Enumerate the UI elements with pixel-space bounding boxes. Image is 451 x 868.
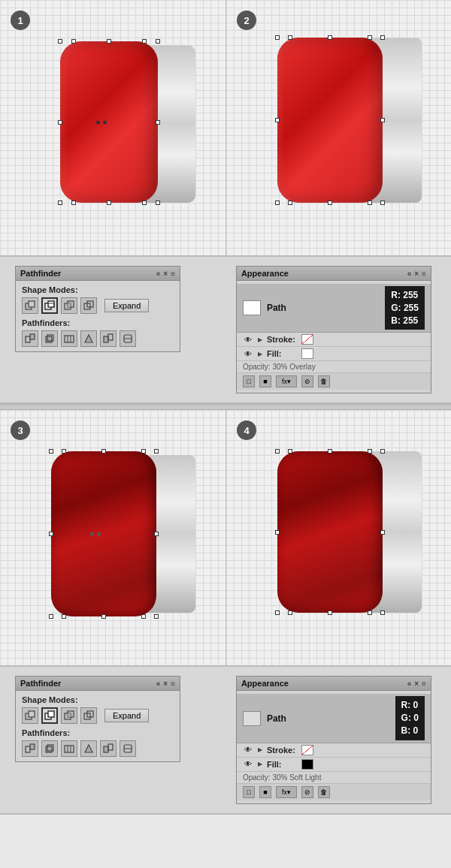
- appearance-panel-2: Appearance « × ≡ Path R: 0 G: 0: [236, 676, 431, 803]
- stroke-arrow-1[interactable]: ▶: [258, 336, 262, 343]
- pf-icon-2d[interactable]: [80, 740, 97, 757]
- pathfinder-body-1: Shape Modes:: [16, 281, 180, 351]
- minus-front-icon-2[interactable]: [41, 707, 58, 724]
- exclude-icon-1[interactable]: [80, 297, 97, 314]
- stroke-eye-1[interactable]: 👁: [243, 334, 253, 345]
- pathfinder-menu-1[interactable]: ≡: [171, 270, 175, 278]
- svg-rect-38: [104, 746, 108, 752]
- pf-icon-2c[interactable]: [61, 740, 77, 757]
- appearance-path-row-1: Path R: 255 G: 255 B: 255: [237, 284, 431, 333]
- svg-rect-18: [104, 336, 108, 342]
- fx-icon-2[interactable]: fx▾: [276, 786, 297, 798]
- pathfinder-collapse-1[interactable]: «: [156, 270, 161, 278]
- pf-icon-2a[interactable]: [22, 740, 38, 757]
- appearance-footer-1: □ ■ fx▾ ⊘ 🗑: [237, 372, 431, 390]
- fill-eye-2[interactable]: 👁: [243, 759, 253, 770]
- fx-icon-1[interactable]: fx▾: [276, 375, 297, 387]
- canvas-step-2: 2: [226, 0, 451, 255]
- canvas-step-3: 3: [0, 410, 226, 665]
- fill-label-1: Fill:: [267, 349, 297, 358]
- svg-rect-28: [68, 713, 71, 717]
- pf-icon-1f[interactable]: [120, 330, 136, 347]
- fill-eye-1[interactable]: 👁: [243, 348, 253, 359]
- svg-rect-31: [26, 746, 30, 752]
- opacity-row-1: Opacity: 30% Overlay: [237, 361, 431, 372]
- stroke-swatch-2[interactable]: [301, 745, 313, 755]
- new-item-icon-2[interactable]: □: [243, 786, 255, 798]
- app2-menu[interactable]: ≡: [422, 680, 426, 688]
- pathfinder-controls-1[interactable]: « × ≡: [156, 270, 175, 278]
- fill-arrow-2[interactable]: ▶: [258, 761, 262, 767]
- rgb-g-2: G: 0: [401, 712, 419, 725]
- svg-rect-12: [30, 334, 35, 339]
- pathfinder-controls-2[interactable]: « × ≡: [156, 680, 175, 688]
- app1-close[interactable]: ×: [414, 270, 419, 278]
- app1-menu[interactable]: ≡: [422, 270, 426, 278]
- step-number-1: 1: [11, 11, 30, 30]
- dup-icon-1[interactable]: ■: [259, 375, 271, 387]
- intersect-icon-2[interactable]: [61, 707, 77, 724]
- fx-label-1[interactable]: fx▾: [282, 378, 291, 385]
- stroke-row-2: 👁 ▶ Stroke:: [237, 743, 431, 758]
- app1-collapse[interactable]: «: [407, 270, 412, 278]
- intersect-icon-1[interactable]: [61, 297, 77, 314]
- appearance-path-row-2: Path R: 0 G: 0 B: 0: [237, 694, 431, 743]
- circle-no-icon-1[interactable]: ⊘: [301, 375, 313, 387]
- pf2-menu[interactable]: ≡: [171, 680, 175, 688]
- shape-modes-row-1: Expand: [22, 297, 174, 314]
- opacity-label-1: Opacity: 30% Overlay: [243, 363, 316, 371]
- svg-rect-15: [65, 336, 74, 342]
- pf-icon-1c[interactable]: [61, 330, 77, 347]
- svg-rect-1: [29, 301, 35, 307]
- expand-button-1[interactable]: Expand: [104, 299, 149, 312]
- minus-front-icon-1[interactable]: [41, 297, 58, 314]
- pf-icon-1d[interactable]: [80, 330, 97, 347]
- pf-icon-2e[interactable]: [100, 740, 117, 757]
- trash-icon-2[interactable]: 🗑: [318, 786, 330, 798]
- svg-rect-19: [108, 334, 113, 340]
- fill-swatch-1[interactable]: [301, 348, 313, 359]
- path-label-1: Path: [267, 303, 379, 313]
- steps-3-4-row: 3: [0, 410, 451, 665]
- stroke-arrow-2[interactable]: ▶: [258, 746, 262, 753]
- new-item-icon-1[interactable]: □: [243, 375, 255, 387]
- exclude-icon-2[interactable]: [80, 707, 97, 724]
- pathfinder-panel-1: Pathfinder « × ≡ Shape Modes:: [15, 266, 180, 352]
- svg-rect-39: [108, 744, 113, 750]
- pf-icon-1a[interactable]: [22, 330, 38, 347]
- app2-collapse[interactable]: «: [407, 680, 412, 688]
- pf-icon-2b[interactable]: [41, 740, 58, 757]
- shape-modes-label-2: Shape Modes:: [22, 695, 174, 704]
- dup-icon-2[interactable]: ■: [259, 786, 271, 798]
- step-number-4: 4: [237, 420, 256, 440]
- fill-arrow-1[interactable]: ▶: [258, 351, 262, 357]
- path-label-2: Path: [267, 713, 389, 724]
- panels-row-2: Pathfinder « × ≡ Shape Modes:: [0, 665, 451, 814]
- pf2-close[interactable]: ×: [163, 680, 168, 688]
- app2-close[interactable]: ×: [414, 680, 419, 688]
- pf-icon-1e[interactable]: [100, 330, 117, 347]
- trash-icon-1[interactable]: 🗑: [318, 375, 330, 387]
- pathfinders-label-1: Pathfinders:: [22, 318, 174, 327]
- path-swatch-2: [243, 711, 261, 726]
- svg-rect-23: [29, 711, 35, 717]
- pathfinder-title-2: Pathfinder: [20, 679, 61, 688]
- pathfinder-titlebar-1: Pathfinder « × ≡: [16, 267, 180, 281]
- pf2-collapse[interactable]: «: [156, 680, 161, 688]
- appearance-controls-1[interactable]: « × ≡: [407, 270, 426, 278]
- appearance-controls-2[interactable]: « × ≡: [407, 680, 426, 688]
- circle-no-icon-2[interactable]: ⊘: [301, 786, 313, 798]
- unite-icon-2[interactable]: [22, 707, 38, 724]
- fx-label-2[interactable]: fx▾: [282, 788, 291, 796]
- pathfinder-panel-2-container: Pathfinder « × ≡ Shape Modes:: [8, 676, 226, 803]
- fill-swatch-2[interactable]: [301, 759, 313, 770]
- svg-rect-33: [46, 746, 52, 752]
- pf-icon-2f[interactable]: [120, 740, 136, 757]
- pathfinder-close-1[interactable]: ×: [163, 270, 168, 278]
- rgb-r-1: R: 255: [391, 289, 419, 302]
- expand-button-2[interactable]: Expand: [104, 709, 149, 722]
- stroke-swatch-1[interactable]: [301, 334, 313, 345]
- unite-icon-1[interactable]: [22, 297, 38, 314]
- stroke-eye-2[interactable]: 👁: [243, 745, 253, 755]
- pf-icon-1b[interactable]: [41, 330, 58, 347]
